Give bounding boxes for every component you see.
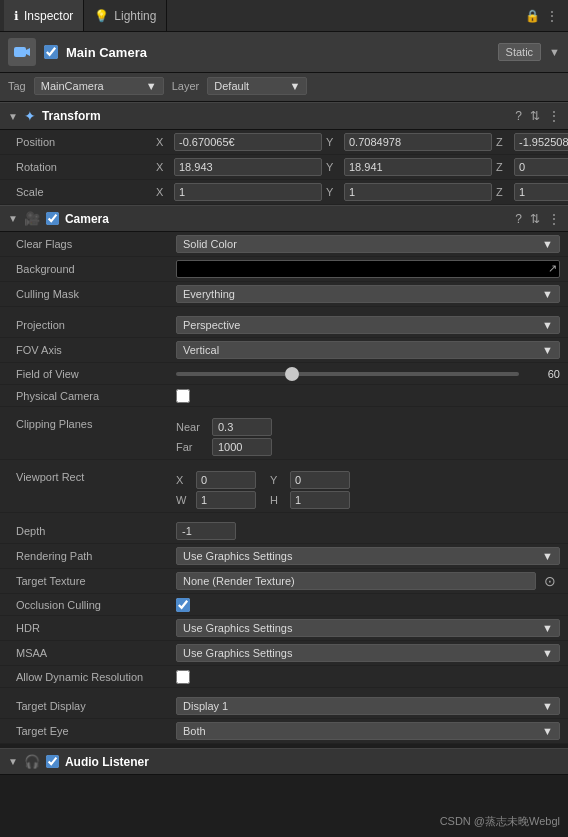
fov-axis-row: FOV Axis Vertical ▼ xyxy=(0,338,568,363)
rotation-label: Rotation xyxy=(16,161,156,173)
static-dropdown-arrow[interactable]: ▼ xyxy=(549,46,560,58)
hdr-label: HDR xyxy=(16,622,176,634)
physical-camera-row: Physical Camera xyxy=(0,385,568,407)
position-label: Position xyxy=(16,136,156,148)
msaa-dropdown[interactable]: Use Graphics Settings ▼ xyxy=(176,644,560,662)
field-of-view-slider[interactable] xyxy=(176,372,519,376)
near-input[interactable] xyxy=(212,418,272,436)
target-eye-dropdown[interactable]: Both ▼ xyxy=(176,722,560,740)
camera-enable-checkbox[interactable] xyxy=(46,212,59,225)
culling-mask-label: Culling Mask xyxy=(16,288,176,300)
rotation-inputs: X Y Z xyxy=(156,158,568,176)
position-x-input[interactable] xyxy=(174,133,322,151)
inspector-tab-label: Inspector xyxy=(24,9,73,23)
rendering-path-row: Rendering Path Use Graphics Settings ▼ xyxy=(0,544,568,569)
culling-mask-value: Everything ▼ xyxy=(176,285,560,303)
target-display-dropdown[interactable]: Display 1 ▼ xyxy=(176,697,560,715)
transform-help-icon[interactable]: ? xyxy=(515,109,522,123)
scale-label: Scale xyxy=(16,186,156,198)
field-of-view-label: Field of View xyxy=(16,368,176,380)
clear-flags-dropdown[interactable]: Solid Color ▼ xyxy=(176,235,560,253)
object-enable-checkbox-wrap xyxy=(44,45,58,59)
depth-input[interactable] xyxy=(176,522,236,540)
more-icon[interactable]: ⋮ xyxy=(546,9,558,23)
far-row: Far xyxy=(176,438,560,456)
depth-label: Depth xyxy=(16,525,176,537)
color-picker-icon: ↗ xyxy=(548,262,557,275)
background-color-swatch[interactable]: ↗ xyxy=(176,260,560,278)
transform-collapse-triangle[interactable]: ▼ xyxy=(8,111,18,122)
position-row: Position X Y Z xyxy=(0,130,568,155)
transform-section-icons: ? ⇅ ⋮ xyxy=(515,109,560,123)
scale-z-input[interactable] xyxy=(514,183,568,201)
rotation-x-input[interactable] xyxy=(174,158,322,176)
projection-label: Projection xyxy=(16,319,176,331)
scale-x-input[interactable] xyxy=(174,183,322,201)
target-texture-pick-button[interactable]: ⊙ xyxy=(540,573,560,589)
near-label: Near xyxy=(176,421,206,433)
culling-mask-dropdown[interactable]: Everything ▼ xyxy=(176,285,560,303)
tag-dropdown-arrow: ▼ xyxy=(146,80,157,92)
object-header: Main Camera Static ▼ xyxy=(0,32,568,73)
clear-flags-arrow: ▼ xyxy=(542,238,553,250)
msaa-row: MSAA Use Graphics Settings ▼ xyxy=(0,641,568,666)
scale-y-input[interactable] xyxy=(344,183,492,201)
scale-inputs: X Y Z xyxy=(156,183,568,201)
occlusion-culling-checkbox[interactable] xyxy=(176,598,190,612)
fov-axis-label: FOV Axis xyxy=(16,344,176,356)
hdr-dropdown[interactable]: Use Graphics Settings ▼ xyxy=(176,619,560,637)
camera-more-icon[interactable]: ⋮ xyxy=(548,212,560,226)
transform-section-title: Transform xyxy=(42,109,509,123)
camera-help-icon[interactable]: ? xyxy=(515,212,522,226)
transform-properties: Position X Y Z Rotation X Y Z Scale X Y xyxy=(0,130,568,205)
transform-more-icon[interactable]: ⋮ xyxy=(548,109,560,123)
tag-label: Tag xyxy=(8,80,26,92)
tag-select[interactable]: MainCamera ▼ xyxy=(34,77,164,95)
layer-label: Layer xyxy=(172,80,200,92)
fov-axis-dropdown[interactable]: Vertical ▼ xyxy=(176,341,560,359)
allow-dynamic-checkbox[interactable] xyxy=(176,670,190,684)
field-of-view-row: Field of View 60 xyxy=(0,363,568,385)
background-row: Background ↗ xyxy=(0,257,568,282)
target-texture-label: Target Texture xyxy=(16,575,176,587)
depth-value xyxy=(176,522,560,540)
rendering-path-dropdown[interactable]: Use Graphics Settings ▼ xyxy=(176,547,560,565)
viewport-w-input[interactable] xyxy=(196,491,256,509)
static-button[interactable]: Static xyxy=(498,43,542,61)
tab-inspector[interactable]: ℹ Inspector xyxy=(4,0,84,31)
rendering-path-value: Use Graphics Settings ▼ xyxy=(176,547,560,565)
lock-icon[interactable]: 🔒 xyxy=(525,9,540,23)
viewport-y-input[interactable] xyxy=(290,471,350,489)
hdr-value: Use Graphics Settings ▼ xyxy=(176,619,560,637)
tab-lighting[interactable]: 💡 Lighting xyxy=(84,0,167,31)
object-enable-checkbox[interactable] xyxy=(44,45,58,59)
camera-collapse-triangle[interactable]: ▼ xyxy=(8,213,18,224)
target-display-arrow: ▼ xyxy=(542,700,553,712)
position-y-input[interactable] xyxy=(344,133,492,151)
viewport-h-input[interactable] xyxy=(290,491,350,509)
near-row: Near xyxy=(176,418,560,436)
far-input[interactable] xyxy=(212,438,272,456)
audio-collapse-triangle[interactable]: ▼ xyxy=(8,756,18,767)
position-z-input[interactable] xyxy=(514,133,568,151)
target-texture-field[interactable]: None (Render Texture) xyxy=(176,572,536,590)
viewport-rect-row: Viewport Rect X Y W H xyxy=(0,466,568,513)
audio-section-icon: 🎧 xyxy=(24,754,40,769)
viewport-x-input[interactable] xyxy=(196,471,256,489)
physical-camera-checkbox[interactable] xyxy=(176,389,190,403)
svg-rect-0 xyxy=(14,47,26,57)
projection-dropdown[interactable]: Perspective ▼ xyxy=(176,316,560,334)
layer-select[interactable]: Default ▼ xyxy=(207,77,307,95)
transform-settings-icon[interactable]: ⇅ xyxy=(530,109,540,123)
audio-enable-checkbox[interactable] xyxy=(46,755,59,768)
layer-dropdown-arrow: ▼ xyxy=(289,80,300,92)
fov-axis-arrow: ▼ xyxy=(542,344,553,356)
camera-settings-icon[interactable]: ⇅ xyxy=(530,212,540,226)
transform-section-header: ▼ ✦ Transform ? ⇅ ⋮ xyxy=(0,102,568,130)
rotation-z-input[interactable] xyxy=(514,158,568,176)
target-eye-arrow: ▼ xyxy=(542,725,553,737)
field-of-view-value: 60 xyxy=(176,368,560,380)
tab-action-icons: 🔒 ⋮ xyxy=(525,9,564,23)
occlusion-culling-label: Occlusion Culling xyxy=(16,599,176,611)
rotation-y-input[interactable] xyxy=(344,158,492,176)
